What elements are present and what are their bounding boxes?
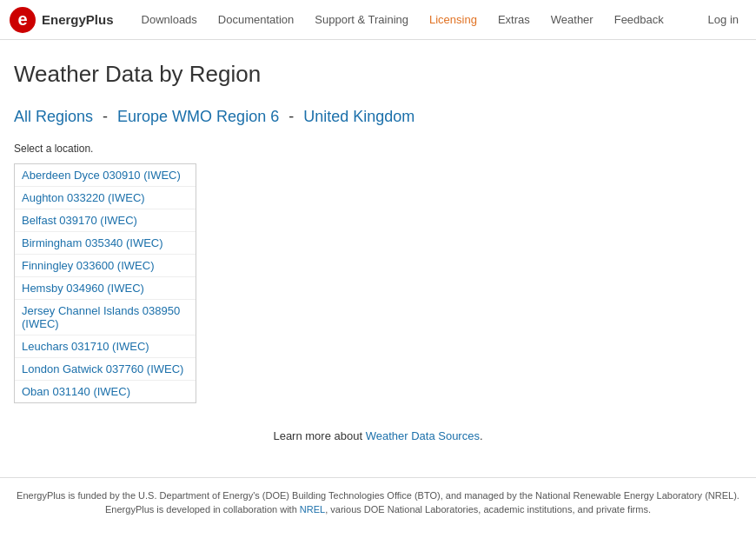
page-title: Weather Data by Region — [14, 61, 742, 88]
svg-text:e: e — [17, 10, 27, 29]
footer-line2-suffix: , various DOE National Laboratories, aca… — [325, 504, 651, 515]
header: e EnergyPlus Downloads Documentation Sup… — [0, 0, 756, 40]
nav-weather[interactable]: Weather — [540, 0, 604, 40]
breadcrumb-region[interactable]: United Kingdom — [303, 108, 414, 125]
logo-area[interactable]: e EnergyPlus — [9, 6, 114, 34]
login-button[interactable]: Log in — [700, 13, 747, 26]
breadcrumb-europe[interactable]: Europe WMO Region 6 — [117, 108, 279, 125]
nav-licensing[interactable]: Licensing — [419, 0, 487, 40]
learn-more-section: Learn more about Weather Data Sources. — [14, 429, 742, 442]
location-item[interactable]: Birmingham 035340 (IWEC) — [15, 232, 196, 255]
location-item[interactable]: Finningley 033600 (IWEC) — [15, 255, 196, 277]
breadcrumb-sep2: - — [288, 108, 294, 125]
energyplus-logo-icon: e — [9, 6, 36, 34]
nav-downloads[interactable]: Downloads — [131, 0, 208, 40]
location-item[interactable]: Aughton 033220 (IWEC) — [15, 187, 196, 209]
breadcrumb-sep1: - — [103, 108, 108, 125]
learn-more-period: . — [480, 429, 483, 442]
nav-documentation[interactable]: Documentation — [208, 0, 304, 40]
footer-line2: EnergyPlus is developed in collaboration… — [9, 504, 747, 515]
location-item[interactable]: Jersey Channel Islands 038950 (IWEC) — [15, 300, 196, 335]
breadcrumb: All Regions - Europe WMO Region 6 - Unit… — [14, 105, 742, 129]
footer: EnergyPlus is funded by the U.S. Departm… — [0, 477, 756, 530]
location-item[interactable]: Hemsby 034960 (IWEC) — [15, 277, 196, 300]
weather-data-sources-link[interactable]: Weather Data Sources — [366, 429, 480, 442]
location-list: Aberdeen Dyce 030910 (IWEC)Aughton 03322… — [14, 163, 196, 403]
nrel-link[interactable]: NREL — [300, 504, 325, 515]
nav-feedback[interactable]: Feedback — [604, 0, 674, 40]
location-item[interactable]: Belfast 039170 (IWEC) — [15, 209, 196, 232]
nav-extras[interactable]: Extras — [487, 0, 540, 40]
logo-text: EnergyPlus — [42, 12, 114, 27]
location-item[interactable]: Oban 031140 (IWEC) — [15, 381, 196, 402]
nav-support[interactable]: Support & Training — [304, 0, 419, 40]
main-nav: Downloads Documentation Support & Traini… — [131, 0, 700, 40]
main-content: Weather Data by Region All Regions - Eur… — [0, 40, 756, 451]
learn-more-text: Learn more about — [273, 429, 365, 442]
location-item[interactable]: London Gatwick 037760 (IWEC) — [15, 358, 196, 381]
footer-line1: EnergyPlus is funded by the U.S. Departm… — [9, 490, 747, 501]
breadcrumb-all-regions[interactable]: All Regions — [14, 108, 93, 125]
location-item[interactable]: Aberdeen Dyce 030910 (IWEC) — [15, 164, 196, 187]
footer-line2-prefix: EnergyPlus is developed in collaboration… — [105, 504, 300, 515]
location-item[interactable]: Leuchars 031710 (IWEC) — [15, 335, 196, 358]
select-label: Select a location. — [14, 143, 742, 155]
